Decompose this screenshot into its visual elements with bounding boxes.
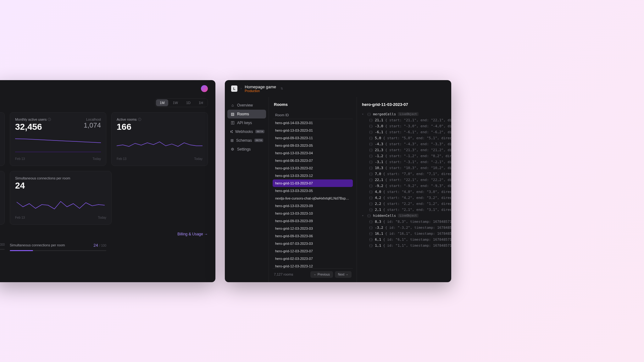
room-item[interactable]: nextjs-live-cursors-chat-oj0wHxhrtqKLNd7… [273, 195, 353, 202]
tree-leaf[interactable]: {}16,1{ id: "16,1", timestamp: 167848571… [369, 231, 451, 237]
date-end: Today [194, 157, 203, 161]
key-icon: ⚿ [230, 121, 235, 125]
project-title[interactable]: Homepage game [245, 85, 276, 89]
room-item[interactable]: hero-grid-12-03-2023-03 [273, 225, 353, 232]
tree-key: 4,2 [375, 196, 381, 200]
room-item[interactable]: hero-grid-12-03-2023-07 [273, 247, 353, 255]
billing-link[interactable]: Billing & Usage → [177, 232, 208, 236]
nav-label: Webhooks [235, 129, 253, 134]
room-item[interactable]: hero-grid-09-03-2023-11 [273, 134, 353, 142]
tree-leaf[interactable]: {}4,2{ start: "4,2", end: "3,2", directi… [369, 195, 451, 201]
room-item[interactable]: hero-grid-09-03-2023-09 [273, 217, 353, 225]
tree-value: { start: "-4,3", end: "-3,3", directio [385, 142, 451, 146]
nav-label: Schemas [236, 138, 252, 143]
nav-label: Settings [237, 147, 251, 151]
tree-key: 8,3 [375, 220, 381, 224]
project-header: L › Homepage game Production ⇅ [225, 80, 451, 97]
tree-value: { start: "7,0", end: "7,1", direction: [383, 172, 451, 176]
prev-button[interactable]: ← Previous [310, 271, 333, 278]
tab-1h[interactable]: 1H [195, 99, 207, 106]
tree-leaf[interactable]: {}21,3{ start: "21,3", end: "21,2", dire… [369, 147, 451, 153]
tree-leaf[interactable]: {}21,1{ start: "21,1", end: "22,1", dire… [369, 117, 451, 123]
tree-leaf[interactable]: {}10,3{ start: "10,3", end: "10,2", dire… [369, 165, 451, 171]
date-start: Feb 13 [117, 157, 126, 161]
tree-leaf[interactable]: {}-3,1{ start: "-3,1", end: "-2,1", dire… [369, 159, 451, 165]
room-item[interactable]: hero-grid-11-03-2023-07 [273, 179, 353, 187]
tree-leaf[interactable]: {}5,0{ start: "5,0", end: "5,1", directi… [369, 135, 451, 141]
info-icon[interactable]: i [138, 118, 141, 121]
usage-label: Simultaneous connections per room [10, 243, 65, 247]
room-item[interactable]: hero-grid-07-03-2023-03 [273, 240, 353, 247]
sidebar-item-webhooks[interactable]: ⑆WebhooksBETA [227, 127, 266, 136]
room-item[interactable]: hero-grid-13-03-2023-10 [273, 210, 353, 217]
tree-leaf[interactable]: {}-4,3{ start: "-4,3", end: "-3,3", dire… [369, 141, 451, 147]
tab-1m[interactable]: 1M [156, 99, 168, 106]
tree-leaf[interactable]: {}2,1{ start: "2,1", end: "3,1", directi… [369, 207, 451, 213]
time-range-tabs: 1M 1W 1D 1H [155, 98, 208, 107]
tree-value: { start: "-1,2", end: "0,2", direction [385, 154, 451, 158]
room-item[interactable]: hero-grid-02-03-2023-07 [273, 255, 353, 262]
rooms-title: Rooms [273, 102, 353, 107]
tree-leaf[interactable]: {}-6,1{ start: "-6,1", end: "-6,2", dire… [369, 129, 451, 135]
sidebar-item-overview[interactable]: ⌂Overview [227, 101, 266, 110]
org-logo[interactable]: L [231, 85, 237, 92]
room-item[interactable]: hero-grid-13-03-2023-02 [273, 164, 353, 172]
tab-1d[interactable]: 1D [182, 99, 194, 106]
room-item[interactable]: hero-grid-09-03-2023-06 [273, 232, 353, 240]
next-button[interactable]: Next → [335, 271, 352, 278]
room-item[interactable]: hero-grid-06-03-2023-07 [273, 157, 353, 164]
room-item[interactable]: hero-grid-13-03-2023-09 [273, 202, 353, 210]
selector-icon[interactable]: ⇅ [280, 87, 283, 90]
room-item[interactable]: hero-grid-14-03-2023-01 [273, 119, 353, 127]
tree-value: { id: "16,1", timestamp: 167848571774 [385, 232, 451, 236]
tree-node-merged[interactable]: ▾ {} mergedCells LiveObject [362, 111, 451, 117]
tree-leaf[interactable]: {}-3,2{ id: "-3,2", timestamp: 167848571… [369, 225, 451, 231]
sidebar-item-rooms[interactable]: ▤Rooms [227, 110, 266, 118]
brace-icon: {} [369, 232, 373, 236]
room-item[interactable]: hero-grid-13-03-2023-01 [273, 127, 353, 134]
brace-icon: {} [369, 136, 373, 140]
sidebar-item-schemas[interactable]: ⊞SchemasBETA [227, 136, 266, 145]
room-item[interactable]: hero-grid-13-03-2023-12 [273, 172, 353, 179]
rooms-column-header: Room ID [273, 111, 353, 119]
room-detail-pane: hero-grid-11-03-2023-07 ▾ {} mergedCells… [357, 97, 451, 282]
usage-max: / 100,000 [0, 243, 5, 246]
sidebar-item-apikeys[interactable]: ⚿API keys [227, 118, 266, 127]
room-item[interactable]: hero-grid-12-03-2023-12 [273, 262, 353, 268]
date-end: Today [92, 157, 101, 161]
brace-icon: {} [369, 220, 373, 224]
metric-card-partial: ocalhost 10 Today [0, 112, 5, 166]
tree-leaf[interactable]: {}1,1{ id: "1,1", timestamp: 16784857177… [369, 243, 451, 249]
brace-icon: {} [369, 196, 373, 200]
tree-key: -3,0 [375, 124, 383, 128]
avatar[interactable] [201, 85, 208, 92]
rooms-icon: ▤ [230, 112, 235, 116]
tree-leaf[interactable]: {}-3,0{ start: "-3,0", end: "-4,0", dire… [369, 123, 451, 129]
tree-value: { id: "1,1", timestamp: 1678485717744 } [383, 244, 451, 248]
date-start: Feb 13 [15, 157, 25, 161]
tree-key: -6,1 [375, 130, 383, 134]
room-item[interactable]: hero-grid-13-03-2023-05 [273, 187, 353, 195]
tree-leaf[interactable]: {}7,0{ start: "7,0", end: "7,1", directi… [369, 171, 451, 177]
tree-node-hidden[interactable]: ▾ {} hiddenCells LiveObject [362, 213, 451, 219]
room-item[interactable]: hero-grid-13-03-2023-04 [273, 149, 353, 157]
tree-leaf[interactable]: {}6,1{ id: "6,1", timestamp: 16784857177… [369, 237, 451, 243]
tree-leaf[interactable]: {}4,0{ start: "4,0", end: "3,0", directi… [369, 189, 451, 195]
tree-leaf[interactable]: {}2,2{ start: "2,2", end: "1,2", directi… [369, 201, 451, 207]
chevron-right-icon: › [241, 87, 242, 90]
room-item[interactable]: hero-grid-09-03-2023-05 [273, 142, 353, 149]
sidebar-item-settings[interactable]: ⚙Settings [227, 145, 266, 154]
metric-card-mau: Monthly active usersi 32,456 Localhost 1… [10, 112, 106, 166]
nav-label: Overview [237, 103, 253, 107]
tab-1w[interactable]: 1W [169, 99, 182, 106]
tree-leaf[interactable]: {}-9,2{ start: "-9,2", end: "-9,3", dire… [369, 183, 451, 189]
tree-leaf[interactable]: {}-1,2{ start: "-1,2", end: "0,2", direc… [369, 153, 451, 159]
tree-leaf[interactable]: {}22,1{ start: "22,1", end: "22,2", dire… [369, 177, 451, 183]
card-subvalue: 1,074 [84, 121, 101, 129]
info-icon[interactable]: i [48, 118, 51, 121]
caret-down-icon: ▾ [362, 214, 365, 217]
project-env: Production [245, 89, 276, 93]
metric-card-active-rooms: Active roomsi 166 Feb 13Today [111, 112, 208, 166]
tree-leaf[interactable]: {}8,3{ id: "8,3", timestamp: 16784857177… [369, 219, 451, 225]
tree-value: { start: "2,2", end: "1,2", direction: [383, 202, 451, 206]
